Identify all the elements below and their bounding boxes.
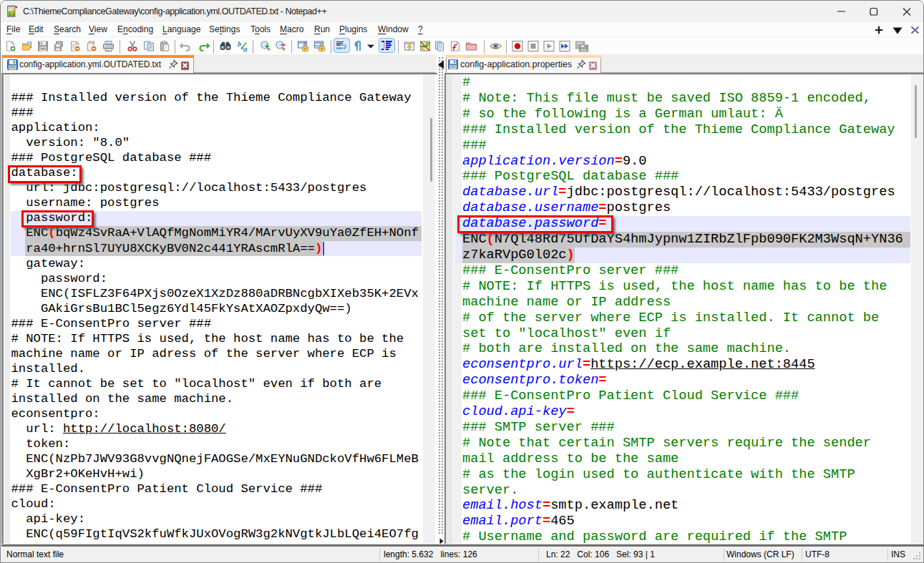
svg-text:b: b [238,40,241,48]
